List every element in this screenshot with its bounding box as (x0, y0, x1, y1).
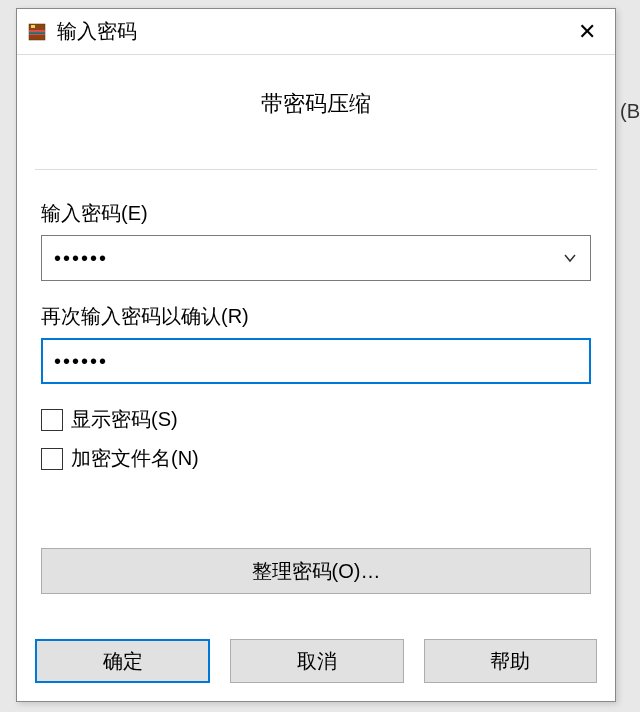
password-label: 输入密码(E) (41, 200, 591, 227)
confirm-password-label: 再次输入密码以确认(R) (41, 303, 591, 330)
group-title: 带密码压缩 (35, 89, 597, 119)
confirm-input-wrap (41, 338, 591, 384)
confirm-password-input[interactable] (41, 338, 591, 384)
encrypt-filenames-checkbox[interactable]: 加密文件名(N) (41, 445, 591, 472)
svg-rect-3 (29, 33, 45, 34)
winrar-icon (27, 22, 47, 42)
password-input[interactable] (41, 235, 591, 281)
ok-button[interactable]: 确定 (35, 639, 210, 683)
close-button[interactable]: ✕ (567, 12, 607, 52)
checkbox-box-icon (41, 409, 63, 431)
dialog-buttons: 确定 取消 帮助 (35, 639, 597, 683)
cancel-button[interactable]: 取消 (230, 639, 403, 683)
show-password-label: 显示密码(S) (71, 406, 178, 433)
password-dialog: 输入密码 ✕ 带密码压缩 输入密码(E) 再次输入密码以确认(R) (16, 8, 616, 702)
password-history-dropdown[interactable] (555, 243, 585, 273)
svg-rect-2 (29, 32, 45, 33)
help-button[interactable]: 帮助 (424, 639, 597, 683)
dialog-title: 输入密码 (57, 18, 567, 45)
background-fragment: (B (620, 100, 640, 123)
password-group: 输入密码(E) 再次输入密码以确认(R) 显示密码(S) 加密文件名(N) (35, 169, 597, 594)
svg-rect-4 (31, 25, 35, 28)
dialog-content: 带密码压缩 输入密码(E) 再次输入密码以确认(R) 显示密码(S) (17, 89, 615, 594)
organize-passwords-button[interactable]: 整理密码(O)… (41, 548, 591, 594)
titlebar: 输入密码 ✕ (17, 9, 615, 55)
close-icon: ✕ (578, 21, 596, 43)
checkbox-box-icon (41, 448, 63, 470)
show-password-checkbox[interactable]: 显示密码(S) (41, 406, 591, 433)
password-input-wrap (41, 235, 591, 281)
chevron-down-icon (563, 251, 577, 265)
encrypt-filenames-label: 加密文件名(N) (71, 445, 199, 472)
